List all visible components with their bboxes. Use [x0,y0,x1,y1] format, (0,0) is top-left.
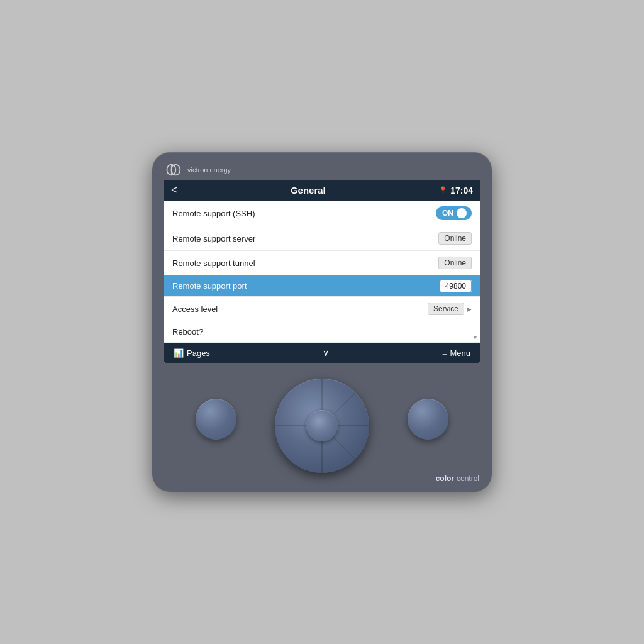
time-area: 📍 17:04 [438,186,473,196]
chevron-icon: ∨ [323,348,329,358]
chevron-button[interactable]: ∨ [323,348,329,358]
device-top: victron energy [164,164,480,176]
toggle-on[interactable]: ON [436,206,472,220]
brand-text: victron energy [187,166,231,174]
row-label: Remote support server [172,234,255,243]
scroll-indicator: ▶ [467,306,472,313]
clock-display: 17:04 [450,186,473,196]
screen-header: < General 📍 17:04 [164,180,480,201]
right-button[interactable] [408,399,448,440]
row-label: Remote support port [172,281,247,291]
row-value-area: 49800 [440,281,472,291]
dpad-container [275,379,369,473]
row-value-badge: Online [438,232,472,245]
victron-logo-icon [166,164,184,176]
screen-title: General [291,185,326,196]
controls-area [164,370,480,480]
toggle-circle [457,208,467,218]
brand-control-word: control [457,474,479,483]
screen: < General 📍 17:04 Remote support (SSH) O… [164,180,480,363]
location-icon: 📍 [438,186,448,195]
menu-button[interactable]: ≡ Menu [442,348,470,358]
logo-area: victron energy [166,164,231,176]
pages-icon: 📊 [174,348,184,358]
table-row-selected[interactable]: Remote support port 49800 [164,275,480,297]
row-value-service: Service [428,303,464,315]
row-value-badge: Online [438,257,472,269]
menu-icon: ≡ [442,348,447,358]
pages-label: Pages [187,348,210,358]
dpad-center-button[interactable] [306,410,338,441]
row-label: Reboot? [172,327,203,336]
brand-color-word: color [436,474,454,483]
scroll-down-indicator: ▼ [472,335,478,341]
row-label: Remote support tunnel [172,258,255,268]
back-button[interactable]: < [171,184,178,197]
device-body: victron energy < General 📍 17:04 Remote … [152,152,492,492]
toggle-label: ON [442,209,453,218]
table-row[interactable]: Remote support (SSH) ON [164,201,480,226]
pages-button[interactable]: 📊 Pages [174,348,210,358]
table-row[interactable]: Remote support server Online [164,226,480,251]
row-label: Remote support (SSH) [172,209,255,218]
screen-footer: 📊 Pages ∨ ≡ Menu [164,343,480,363]
row-label: Access level [172,304,218,314]
dpad-outer[interactable] [275,379,369,473]
table-row[interactable]: Access level Service ▶ [164,297,480,321]
row-value-port: 49800 [440,280,472,292]
menu-label: Menu [450,348,470,358]
left-button[interactable] [196,399,236,440]
access-level-area: Service ▶ [428,303,472,315]
brand-bottom: color control [436,474,479,483]
menu-rows: Remote support (SSH) ON Remote support s… [164,201,480,343]
table-row[interactable]: Reboot? ▼ [164,321,480,343]
table-row[interactable]: Remote support tunnel Online [164,251,480,275]
